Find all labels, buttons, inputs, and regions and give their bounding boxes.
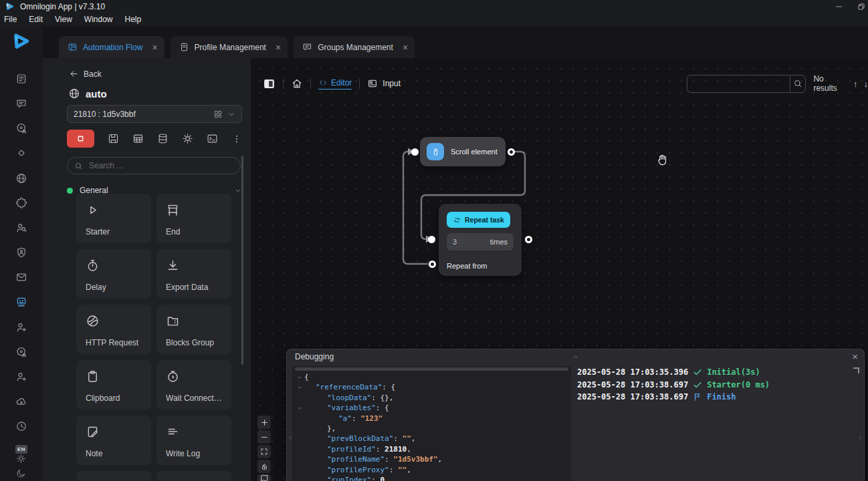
json-text: }, [304, 424, 336, 434]
hand-cursor-icon [656, 154, 669, 166]
find-previous-button[interactable]: ↑ [853, 79, 858, 89]
json-line: "profileProxy": "", [295, 465, 571, 475]
log-entry: 2025-05-28 17:03:38.697Finish [577, 391, 857, 404]
canvas-search-input[interactable] [687, 75, 790, 93]
back-button[interactable]: Back [69, 69, 102, 79]
menu-help[interactable]: Help [125, 15, 142, 24]
table-icon[interactable] [132, 133, 144, 144]
sidebar-item-tags[interactable] [0, 145, 43, 161]
node-scroll-element[interactable]: Scroll element [420, 137, 506, 166]
collapse-icon[interactable] [295, 372, 304, 382]
sidebar-item-automation[interactable] [0, 294, 43, 310]
debug-log-list[interactable]: 2025-05-28 17:03:35.396Initial(3s)2025-0… [577, 366, 857, 481]
menu-file[interactable]: File [4, 15, 17, 24]
menu-view[interactable]: View [55, 15, 72, 24]
collapse-icon[interactable] [295, 403, 304, 413]
tab-groups-management[interactable]: Groups Management× [294, 36, 415, 58]
flow-canvas[interactable]: Editor Input No results ↑ ↓ [251, 58, 868, 481]
block-end[interactable]: End [156, 194, 231, 243]
menu-edit[interactable]: Edit [29, 15, 43, 24]
handle-repeat-input[interactable] [428, 236, 435, 243]
tab-close-icon[interactable]: × [276, 43, 281, 52]
block-card-partial[interactable] [76, 471, 151, 481]
minimize-button[interactable] [835, 3, 843, 10]
block-wait-connecti[interactable]: Wait Connecti… [156, 360, 231, 410]
tab-close-icon[interactable]: × [403, 43, 408, 52]
sidebar-item-clock[interactable] [0, 418, 43, 434]
block-note[interactable]: Note [76, 416, 151, 465]
close-icon[interactable]: × [852, 351, 858, 361]
globe-icon [68, 88, 80, 100]
language-badge[interactable]: EN [15, 445, 27, 454]
menu-window[interactable]: Window [84, 15, 113, 24]
log-entry: 2025-05-28 17:03:35.396Initial(3s) [577, 366, 857, 379]
sidebar-item-cloud-eye[interactable] [0, 393, 43, 410]
block-starter[interactable]: Starter [76, 194, 151, 243]
sidebar-item-record-user[interactable] [0, 344, 43, 360]
resize-corner-icon[interactable] [853, 367, 859, 373]
settings-gear-icon[interactable] [16, 454, 26, 464]
tab-close-icon[interactable]: × [152, 43, 157, 52]
canvas-search-button[interactable] [790, 75, 806, 93]
zoom-out-button[interactable] [257, 430, 271, 444]
json-scrollbar[interactable] [295, 367, 568, 371]
terminal-icon[interactable] [207, 133, 218, 144]
save-icon[interactable] [108, 133, 119, 144]
sidebar-item-user-plus[interactable] [0, 319, 43, 335]
find-next-button[interactable]: ↓ [864, 79, 868, 89]
canvas-control-partial[interactable] [257, 474, 271, 481]
breadcrumb-input[interactable]: Input [367, 78, 401, 89]
app-title: Omnilogin App | v7.3.10 [20, 2, 105, 11]
block-write-log[interactable]: Write Log [156, 416, 231, 465]
lock-button[interactable] [257, 460, 271, 473]
stop-button[interactable] [67, 130, 94, 148]
tab-automation-flow[interactable]: Automation Flow× [59, 36, 165, 58]
zoom-in-button[interactable] [257, 416, 271, 429]
dark-mode-moon-icon[interactable] [16, 468, 26, 478]
panel-right-arrow-icon[interactable] [857, 435, 863, 441]
repeat-from-label: Repeat from [447, 262, 487, 270]
sidebar-item-user-search[interactable] [0, 220, 43, 236]
tab-profile-management[interactable]: Profile Management× [171, 36, 288, 58]
node-repeat-task[interactable]: Repeat task 3 times Repeat from [439, 204, 522, 276]
panel-left-arrow-icon[interactable] [288, 435, 294, 441]
sidebar-item-user-plus[interactable] [0, 369, 43, 385]
gear-icon[interactable] [182, 133, 193, 144]
sidebar-item-puzzle[interactable] [0, 195, 43, 211]
sidebar-item-mail[interactable] [0, 269, 43, 285]
sidebar-item-record-user[interactable] [0, 120, 43, 136]
handle-repeat-from[interactable] [429, 261, 436, 268]
tab-label: Automation Flow [83, 43, 142, 52]
blocks-search-input[interactable] [88, 160, 233, 171]
json-text: "referenceData": { [304, 382, 395, 392]
fit-view-button[interactable] [257, 445, 271, 458]
block-http-request[interactable]: HTTP Request [76, 305, 151, 354]
sidebar-logo-icon[interactable] [11, 31, 31, 51]
collapse-icon[interactable] [295, 382, 304, 392]
panel-scrollbar[interactable] [241, 156, 243, 365]
database-icon[interactable] [157, 133, 169, 144]
home-icon[interactable] [291, 77, 303, 90]
breadcrumb-editor[interactable]: Editor [318, 78, 352, 90]
download-icon [166, 259, 223, 273]
profile-select[interactable]: 21810 : 1d5v3bbf [67, 105, 242, 123]
restore-button[interactable] [857, 3, 865, 11]
handle-scroll-output[interactable] [508, 148, 515, 156]
block-export-data[interactable]: Export Data [156, 249, 231, 299]
sidebar-item-shield-user[interactable] [0, 245, 43, 261]
block-delay[interactable]: Delay [76, 249, 151, 299]
handle-scroll-input[interactable] [411, 148, 419, 156]
panel-toggle-icon[interactable] [263, 77, 276, 90]
sidebar-item-chat[interactable] [0, 96, 43, 112]
collapse-chevron-up-icon[interactable] [572, 353, 579, 361]
debug-json-viewer[interactable]: {"referenceData": {"loopData": {},"varia… [292, 366, 571, 481]
sidebar-item-globe[interactable] [0, 170, 43, 186]
handle-repeat-output[interactable] [525, 236, 532, 243]
sidebar-item-notes[interactable] [0, 71, 43, 87]
block-blocks-group[interactable]: Blocks Group [156, 305, 231, 354]
kebab-menu-icon[interactable] [231, 134, 242, 144]
repeat-count-field[interactable]: 3 times [447, 233, 514, 251]
block-card-partial[interactable] [156, 471, 231, 481]
repeat-task-badge[interactable]: Repeat task [447, 212, 510, 228]
block-clipboard[interactable]: Clipboard [76, 360, 151, 410]
